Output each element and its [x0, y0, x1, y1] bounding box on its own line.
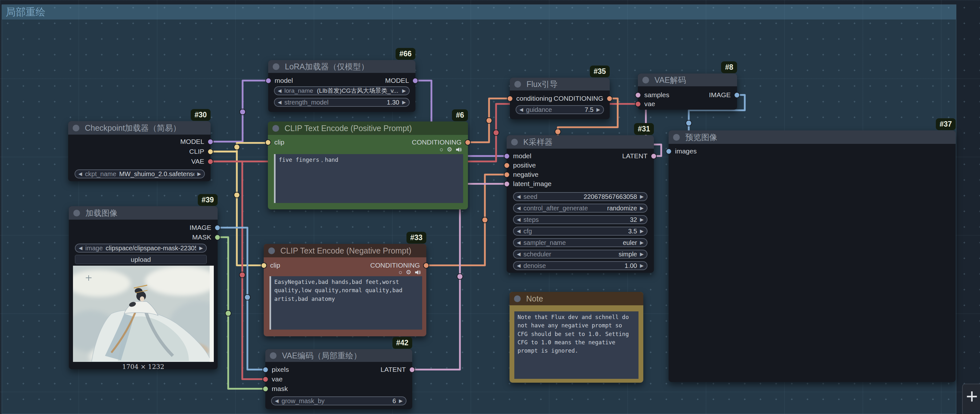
- port-dot-icon[interactable]: [409, 367, 415, 373]
- widget-seed[interactable]: ◀ seed 220678567663058 ▶: [513, 192, 648, 201]
- stepper-right-icon[interactable]: ▶: [402, 100, 406, 105]
- input-port-latent-image[interactable]: latent_image: [504, 180, 552, 188]
- node-preview-image[interactable]: 预览图像 images: [668, 130, 956, 382]
- output-port-vae[interactable]: VAE: [191, 158, 213, 165]
- node-header[interactable]: VAE编码（局部重绘）: [265, 349, 412, 362]
- input-port-mask[interactable]: mask: [262, 385, 288, 393]
- output-port-clip[interactable]: CLIP: [189, 148, 213, 155]
- stepper-left-icon[interactable]: ◀: [79, 245, 83, 251]
- stepper-left-icon[interactable]: ◀: [519, 107, 523, 113]
- port-dot-icon[interactable]: [465, 140, 471, 146]
- port-dot-icon[interactable]: [207, 139, 213, 145]
- output-port-conditioning[interactable]: CONDITIONING: [412, 138, 471, 146]
- output-port-conditioning[interactable]: CONDITIONING: [370, 262, 429, 269]
- port-dot-icon[interactable]: [606, 95, 612, 102]
- gear-icon[interactable]: ⚙: [406, 269, 411, 275]
- widget-strength-model[interactable]: ◀ strength_model 1.30 ▶: [274, 98, 410, 107]
- node-header[interactable]: CLIP Text Encode (Negative Prompt): [264, 244, 426, 257]
- stepper-right-icon[interactable]: ▶: [640, 263, 644, 268]
- node-header[interactable]: VAE解码: [638, 73, 737, 86]
- port-dot-icon[interactable]: [504, 153, 510, 159]
- node-header[interactable]: CLIP Text Encode (Positive Prompt): [268, 122, 468, 135]
- stepper-left-icon[interactable]: ◀: [275, 398, 279, 404]
- output-port-model[interactable]: MODEL: [180, 138, 213, 146]
- widget-scheduler[interactable]: ◀ scheduler simple ▶: [513, 250, 648, 259]
- port-dot-icon[interactable]: [265, 140, 271, 146]
- port-dot-icon[interactable]: [423, 262, 429, 268]
- stepper-right-icon[interactable]: ▶: [399, 398, 402, 404]
- speaker-icon[interactable]: [456, 147, 462, 152]
- collapse-dot-icon[interactable]: [511, 139, 518, 146]
- input-port-model[interactable]: model: [265, 77, 293, 84]
- port-dot-icon[interactable]: [734, 92, 740, 98]
- widget-grow-mask-by[interactable]: ◀ grow_mask_by 6 ▶: [271, 397, 406, 405]
- circle-icon[interactable]: ○: [439, 146, 443, 152]
- port-dot-icon[interactable]: [265, 78, 271, 84]
- zoom-in-button[interactable]: +: [962, 384, 980, 414]
- stepper-right-icon[interactable]: ▶: [640, 228, 644, 234]
- input-port-model[interactable]: model: [504, 152, 531, 160]
- port-dot-icon[interactable]: [215, 225, 221, 231]
- node-header[interactable]: Checkpoint加载器（简易）: [68, 121, 211, 135]
- input-port-vae[interactable]: vae: [262, 375, 283, 383]
- circle-icon[interactable]: ○: [398, 269, 402, 275]
- stepper-right-icon[interactable]: ▶: [640, 251, 644, 257]
- node-header[interactable]: Note: [509, 292, 643, 305]
- collapse-dot-icon[interactable]: [673, 134, 680, 141]
- input-port-positive[interactable]: positive: [504, 162, 536, 169]
- collapse-dot-icon[interactable]: [73, 210, 80, 216]
- collapse-dot-icon[interactable]: [268, 247, 275, 254]
- node-vae-encode-inpaint[interactable]: VAE编码（局部重绘） pixels vae mask LATENT ◀ gro…: [265, 349, 412, 409]
- group-header[interactable]: 局部重绘: [2, 5, 956, 19]
- output-port-latent[interactable]: LATENT: [380, 366, 415, 373]
- collapse-dot-icon[interactable]: [642, 77, 649, 83]
- input-port-vae[interactable]: vae: [635, 100, 655, 108]
- port-dot-icon[interactable]: [635, 92, 641, 98]
- collapse-dot-icon[interactable]: [273, 63, 279, 70]
- node-header[interactable]: 加载图像: [69, 206, 218, 220]
- node-flux-guidance[interactable]: Flux引导 conditioning CONDITIONING ◀ guida…: [510, 78, 610, 119]
- output-port-model[interactable]: MODEL: [385, 77, 418, 84]
- port-dot-icon[interactable]: [262, 367, 269, 373]
- port-dot-icon[interactable]: [207, 149, 213, 155]
- stepper-right-icon[interactable]: ▶: [640, 217, 644, 222]
- widget-lora-name[interactable]: ◀ lora_name (LIb首发)CG古风大场景类_v... ▶: [274, 86, 410, 95]
- port-dot-icon[interactable]: [666, 148, 672, 154]
- stepper-left-icon[interactable]: ◀: [517, 217, 521, 222]
- collapse-dot-icon[interactable]: [270, 352, 277, 359]
- collapse-dot-icon[interactable]: [272, 125, 279, 132]
- port-dot-icon[interactable]: [262, 376, 269, 382]
- widget-image-file[interactable]: ◀ image clipspace/clipspace-mask-223056.…: [75, 244, 207, 252]
- node-ksampler[interactable]: K采样器 model positive negative latent_imag…: [507, 135, 654, 273]
- widget-cfg[interactable]: ◀ cfg 3.5 ▶: [513, 227, 648, 236]
- stepper-right-icon[interactable]: ▶: [640, 205, 644, 211]
- node-header[interactable]: Flux引导: [510, 78, 610, 90]
- stepper-right-icon[interactable]: ▶: [640, 194, 644, 200]
- node-lora-loader[interactable]: LoRA加载器（仅模型） model MODEL ◀ lora_name (LI…: [268, 60, 415, 112]
- gear-icon[interactable]: ⚙: [447, 146, 452, 152]
- port-dot-icon[interactable]: [504, 162, 510, 168]
- input-port-conditioning[interactable]: conditioning: [507, 95, 552, 102]
- node-vae-decode[interactable]: VAE解码 samples vae IMAGE: [638, 73, 737, 109]
- stepper-left-icon[interactable]: ◀: [517, 251, 521, 257]
- widget-denoise[interactable]: ◀ denoise 1.00 ▶: [513, 261, 648, 270]
- port-dot-icon[interactable]: [215, 234, 221, 240]
- note-textarea[interactable]: Note that Flux dev and schnell do not ha…: [514, 311, 638, 379]
- input-port-clip[interactable]: clip: [261, 262, 280, 269]
- widget-sampler-name[interactable]: ◀ sampler_name euler ▶: [513, 238, 648, 247]
- port-dot-icon[interactable]: [412, 78, 418, 84]
- widget-steps[interactable]: ◀ steps 32 ▶: [513, 215, 648, 224]
- stepper-left-icon[interactable]: ◀: [517, 263, 521, 268]
- collapse-dot-icon[interactable]: [514, 81, 521, 87]
- output-port-conditioning[interactable]: CONDITIONING: [554, 95, 612, 102]
- node-graph-canvas[interactable]: 局部重绘 #30 #39 #66 #6 #33 #42: [0, 0, 980, 414]
- port-dot-icon[interactable]: [504, 181, 510, 187]
- prompt-textarea[interactable]: EasyNegative,bad hands,bad feet,worst qu…: [269, 276, 422, 330]
- stepper-left-icon[interactable]: ◀: [517, 205, 521, 211]
- widget-guidance[interactable]: ◀ guidance 7.5 ▶: [515, 105, 604, 114]
- port-dot-icon[interactable]: [262, 386, 269, 392]
- stepper-left-icon[interactable]: ◀: [78, 171, 82, 177]
- port-dot-icon[interactable]: [507, 95, 513, 102]
- output-port-latent[interactable]: LATENT: [622, 152, 657, 160]
- node-note[interactable]: Note Note that Flux dev and schnell do n…: [509, 292, 643, 383]
